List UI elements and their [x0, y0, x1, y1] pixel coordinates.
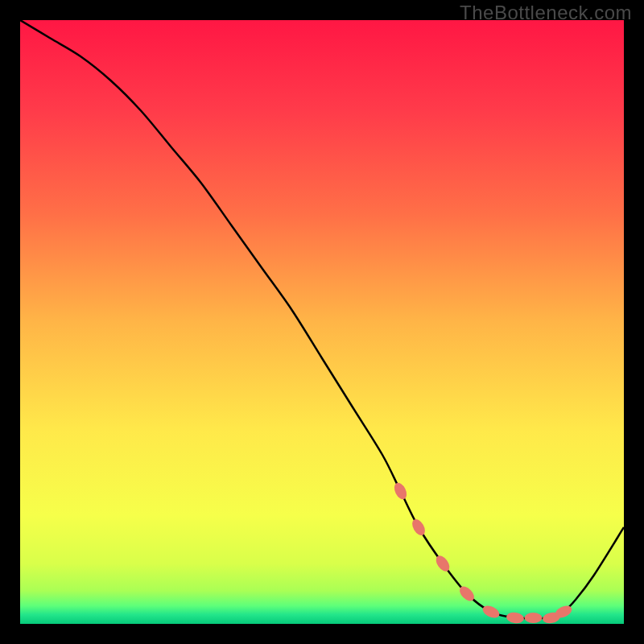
curve-marker: [525, 613, 543, 623]
curve-marker: [410, 517, 427, 538]
curve-marker: [392, 481, 409, 501]
chart-container: TheBottleneck.com: [0, 0, 644, 644]
bottleneck-curve: [20, 20, 624, 618]
curve-layer: [20, 20, 624, 624]
curve-marker: [506, 612, 525, 624]
curve-marker: [481, 603, 501, 620]
curve-markers: [392, 481, 574, 624]
watermark-text: TheBottleneck.com: [460, 2, 632, 24]
curve-marker: [433, 553, 452, 573]
plot-area: [20, 20, 624, 624]
